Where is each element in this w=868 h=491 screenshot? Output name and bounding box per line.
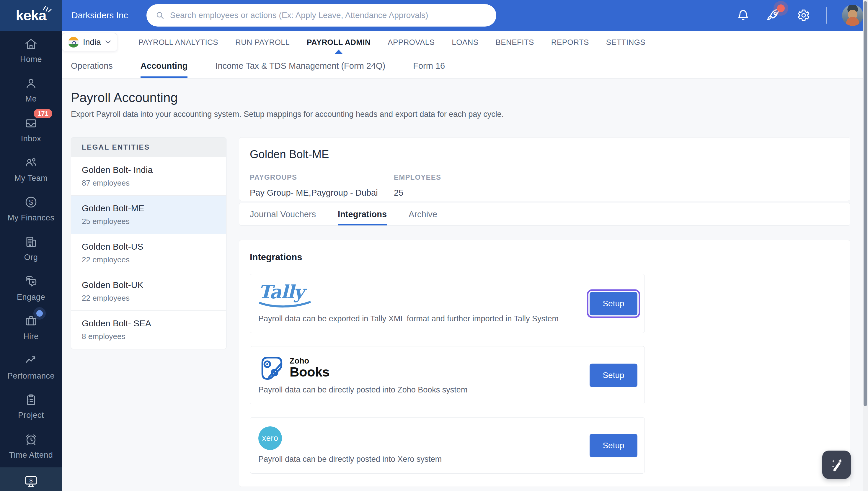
- legal-entities-panel: LEGAL ENTITIES Golden Bolt- India 87 emp…: [71, 137, 226, 349]
- zoho-books-setup-button[interactable]: Setup: [590, 364, 637, 387]
- sidebar-item-project[interactable]: Project: [0, 386, 62, 426]
- module-nav-row: India PAYROLL ANALYTICS RUN PAYROLL PAYR…: [62, 31, 868, 54]
- tally-setup-button[interactable]: Setup: [590, 292, 637, 315]
- sidebar-item-engage[interactable]: Engage: [0, 268, 62, 308]
- chevron-down-icon: [105, 40, 111, 44]
- sidebar-item-performance[interactable]: Performance: [0, 347, 62, 386]
- inbox-badge: 171: [34, 109, 52, 118]
- legal-entity-employees: 25 employees: [82, 217, 216, 226]
- legal-entity-row[interactable]: Golden Bolt-UK 22 employees: [71, 272, 226, 310]
- payroll-monitor-icon: $: [24, 474, 38, 489]
- keka-logo[interactable]: keka: [0, 0, 62, 31]
- whats-new-rocket-icon[interactable]: [765, 7, 781, 23]
- building-icon: [24, 235, 38, 249]
- page-title: Payroll Accounting: [71, 90, 850, 105]
- nav-benefits[interactable]: BENEFITS: [496, 31, 534, 54]
- subtab-income-tax-tds[interactable]: Income Tax & TDS Management (Form 24Q): [215, 54, 385, 78]
- zoho-books-icon: [258, 355, 284, 381]
- main-area: India PAYROLL ANALYTICS RUN PAYROLL PAYR…: [62, 31, 868, 491]
- app-root: keka Darksiders Inc: [0, 0, 868, 491]
- legal-entity-name: Golden Bolt-UK: [82, 280, 216, 290]
- sidebar-item-my-finances[interactable]: $ My Finances: [0, 189, 62, 228]
- legal-entity-name: Golden Bolt-ME: [82, 203, 216, 213]
- zoho-books-logo: Zoho Books: [258, 355, 580, 381]
- sidebar-item-org[interactable]: Org: [0, 228, 62, 268]
- xero-logo: xero: [258, 426, 282, 450]
- svg-text:$: $: [30, 478, 33, 484]
- employees-value: 25: [394, 188, 441, 198]
- svg-text:$: $: [29, 198, 33, 206]
- global-search[interactable]: [146, 4, 496, 27]
- topbar-actions: [736, 5, 868, 26]
- scrollbar-thumb[interactable]: [864, 1, 867, 406]
- top-bar: keka Darksiders Inc: [0, 0, 868, 31]
- trend-arrow-icon: [24, 353, 38, 367]
- topbar-divider: [826, 7, 827, 24]
- sidebar-item-label: Inbox: [21, 134, 41, 143]
- subtab-accounting[interactable]: Accounting: [141, 54, 188, 78]
- tab-integrations[interactable]: Integrations: [338, 203, 387, 225]
- paygroups-label: PAYGROUPS: [250, 173, 394, 181]
- legal-entity-name: Golden Bolt-US: [82, 242, 216, 252]
- legal-entity-name: Golden Bolt- SEA: [82, 318, 216, 328]
- sidebar-item-home[interactable]: Home: [0, 31, 62, 70]
- sidebar-item-time-attend[interactable]: Time Attend: [0, 426, 62, 466]
- sidebar-item-me[interactable]: Me: [0, 70, 62, 110]
- sidebar-item-label: Engage: [17, 293, 45, 302]
- legal-entity-employees: 87 employees: [82, 178, 216, 187]
- subtab-operations[interactable]: Operations: [71, 54, 113, 78]
- nav-approvals[interactable]: APPROVALS: [388, 31, 435, 54]
- magic-wand-fab[interactable]: [822, 451, 851, 479]
- notifications-bell-icon[interactable]: [736, 8, 750, 22]
- entity-summary-card: Golden Bolt-ME PAYGROUPS Pay Group- ME,P…: [239, 137, 850, 201]
- country-selector[interactable]: India: [62, 33, 117, 51]
- nav-settings[interactable]: SETTINGS: [606, 31, 645, 54]
- legal-entities-header: LEGAL ENTITIES: [71, 138, 226, 157]
- legal-entity-row[interactable]: Golden Bolt- India 87 employees: [71, 157, 226, 195]
- sub-nav: Operations Accounting Income Tax & TDS M…: [62, 54, 868, 79]
- tally-swoosh: [258, 301, 311, 308]
- sidebar-item-payroll[interactable]: $: [0, 467, 62, 491]
- tab-archive[interactable]: Archive: [409, 203, 437, 225]
- integration-card-tally: Tally Payroll data can be exported in Ta…: [250, 274, 645, 333]
- legal-entity-row[interactable]: Golden Bolt-US 22 employees: [71, 234, 226, 272]
- india-flag-icon: [68, 37, 79, 48]
- legal-entity-row-selected[interactable]: Golden Bolt-ME 25 employees: [71, 195, 226, 234]
- legal-entity-row[interactable]: Golden Bolt- SEA 8 employees: [71, 310, 226, 349]
- keka-sparks-icon: [42, 4, 52, 12]
- clipboard-icon: [24, 393, 38, 407]
- sidebar-item-inbox[interactable]: 171 Inbox: [0, 110, 62, 149]
- nav-reports[interactable]: REPORTS: [551, 31, 589, 54]
- alarm-clock-icon: [24, 432, 38, 446]
- employees-label: EMPLOYEES: [394, 173, 441, 181]
- search-input[interactable]: [170, 11, 487, 20]
- sidebar-item-hire[interactable]: Hire: [0, 308, 62, 347]
- settings-gear-icon[interactable]: [796, 8, 811, 22]
- briefcase-icon: [24, 314, 38, 328]
- sidebar-item-label: Project: [18, 411, 44, 420]
- dollar-circle-icon: $: [24, 195, 38, 209]
- search-icon: [155, 11, 165, 20]
- tab-journal-vouchers[interactable]: Journal Vouchers: [250, 203, 316, 225]
- subtab-form-16[interactable]: Form 16: [413, 54, 445, 78]
- people-group-icon: [24, 155, 38, 170]
- company-name: Darksiders Inc: [72, 10, 128, 20]
- user-avatar[interactable]: [842, 5, 863, 26]
- nav-run-payroll[interactable]: RUN PAYROLL: [235, 31, 290, 54]
- paygroups-value: Pay Group- ME,Paygroup - Dubai: [250, 188, 394, 198]
- integrations-heading: Integrations: [250, 252, 839, 263]
- entity-tabs: Journal Vouchers Integrations Archive: [239, 203, 850, 226]
- integrations-panel: Integrations Tally Payroll data can be e…: [239, 240, 850, 487]
- app-sidebar: Home Me 171 Inbox: [0, 31, 62, 491]
- home-icon: [24, 37, 38, 51]
- integration-description: Payroll data can be directly posted into…: [258, 385, 580, 395]
- sidebar-item-label: Home: [20, 55, 42, 64]
- entity-detail-column: Golden Bolt-ME PAYGROUPS Pay Group- ME,P…: [239, 137, 850, 487]
- sidebar-item-my-team[interactable]: My Team: [0, 149, 62, 189]
- nav-payroll-analytics[interactable]: PAYROLL ANALYTICS: [138, 31, 218, 54]
- integration-description: Payroll data can be directly posted into…: [258, 455, 580, 464]
- nav-payroll-admin[interactable]: PAYROLL ADMIN: [307, 31, 370, 54]
- page-scrollbar[interactable]: [863, 0, 868, 491]
- nav-loans[interactable]: LOANS: [452, 31, 478, 54]
- xero-setup-button[interactable]: Setup: [590, 434, 637, 457]
